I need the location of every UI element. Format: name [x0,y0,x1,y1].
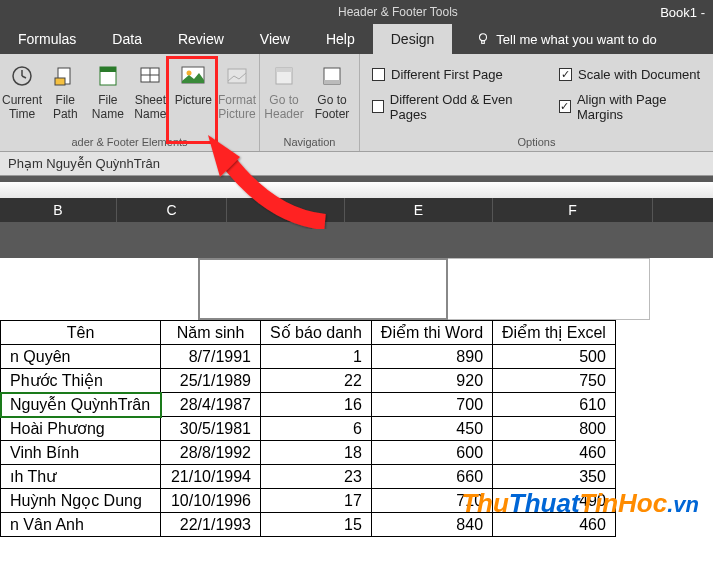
sheet-gap [0,222,713,258]
col-header-f[interactable]: F [493,198,653,222]
checkbox-icon [372,100,384,113]
table-row: n Vân Anh22/1/199315840460 [1,513,616,537]
header-center-cell[interactable] [198,258,448,320]
table-row: Hoài Phương30/5/19816450800 [1,417,616,441]
th-name[interactable]: Tên [1,321,161,345]
ribbon: CurrentTime FilePath FileName SheetName … [0,54,713,152]
svg-rect-1 [482,41,485,44]
align-page-margins-checkbox[interactable]: ✓Align with Page Margins [559,92,701,122]
current-time-button[interactable]: CurrentTime [0,58,44,124]
goto-header-icon [268,60,300,92]
scale-with-document-checkbox[interactable]: ✓Scale with Document [559,67,701,82]
picture-icon [177,60,209,92]
th-word[interactable]: Điểm thi Word [371,321,492,345]
picture-button[interactable]: Picture [172,58,215,110]
go-to-footer-button[interactable]: Go toFooter [308,58,356,124]
tab-help[interactable]: Help [308,24,373,54]
svg-point-0 [480,34,487,41]
table-row: ıh Thư21/10/199423660350 [1,465,616,489]
workbook-title: Book1 - [660,5,705,20]
clock-icon [6,60,38,92]
file-path-icon [49,60,81,92]
table-row: Huỳnh Ngọc Dung10/10/199617710490 [1,489,616,513]
col-header-b[interactable]: B [0,198,117,222]
file-name-button[interactable]: FileName [87,58,130,124]
group-label-navigation: Navigation [260,134,359,151]
tab-data[interactable]: Data [94,24,160,54]
file-name-icon [92,60,124,92]
table-row: Nguyễn QuỳnhTrân28/4/198716700610 [1,393,616,417]
sheet-name-icon [134,60,166,92]
ribbon-tabs: Formulas Data Review View Help Design Te… [0,24,713,54]
col-header-e[interactable]: E [345,198,493,222]
format-picture-button: FormatPicture [215,58,259,124]
svg-rect-6 [55,78,65,85]
group-label-options: Options [360,134,713,151]
table-row: Phước Thiện25/1/198922920750 [1,369,616,393]
tab-review[interactable]: Review [160,24,242,54]
formula-value: Phạm Nguyễn QuỳnhTrân [8,156,160,171]
checkbox-checked-icon: ✓ [559,100,571,113]
different-odd-even-checkbox[interactable]: Different Odd & Even Pages [372,92,535,122]
svg-rect-14 [228,69,246,83]
col-header-c[interactable]: C [117,198,227,222]
goto-footer-icon [316,60,348,92]
checkbox-icon [372,68,385,81]
formula-bar[interactable]: Phạm Nguyễn QuỳnhTrân [0,152,713,176]
tab-view[interactable]: View [242,24,308,54]
th-excel[interactable]: Điểm thị Excel [493,321,616,345]
svg-rect-16 [276,68,292,72]
svg-rect-8 [100,67,116,72]
context-tab-label: Header & Footer Tools [322,2,474,22]
format-picture-icon [221,60,253,92]
ruler [0,176,713,198]
th-id[interactable]: Số báo danh [261,321,372,345]
svg-rect-18 [324,80,340,84]
go-to-header-button: Go toHeader [260,58,308,124]
column-headers: B C D E F [0,198,713,222]
table-header-row: Tên Năm sinh Số báo danh Điểm thi Word Đ… [1,321,616,345]
active-cell[interactable]: Nguyễn QuỳnhTrân [1,393,161,417]
tell-me-label: Tell me what you want to do [496,32,656,47]
title-bar: Header & Footer Tools Book1 - [0,0,713,24]
checkbox-checked-icon: ✓ [559,68,572,81]
svg-point-13 [187,71,192,76]
sheet-name-button[interactable]: SheetName [129,58,172,124]
lightbulb-icon [476,32,490,46]
svg-line-4 [22,76,26,78]
col-header-d[interactable]: D [227,198,345,222]
group-label-elements: ader & Footer Elements [0,134,259,151]
tab-design[interactable]: Design [373,24,453,54]
different-first-page-checkbox[interactable]: Different First Page [372,67,535,82]
tab-formulas[interactable]: Formulas [0,24,94,54]
page-area: Tên Năm sinh Số báo danh Điểm thi Word Đ… [0,258,713,537]
data-table[interactable]: Tên Năm sinh Số báo danh Điểm thi Word Đ… [0,320,616,537]
header-section[interactable] [0,258,713,320]
th-dob[interactable]: Năm sinh [161,321,261,345]
tell-me-search[interactable]: Tell me what you want to do [476,32,656,47]
table-row: n Quyên8/7/19911890500 [1,345,616,369]
file-path-button[interactable]: FilePath [44,58,87,124]
table-row: Vinh Bính28/8/199218600460 [1,441,616,465]
